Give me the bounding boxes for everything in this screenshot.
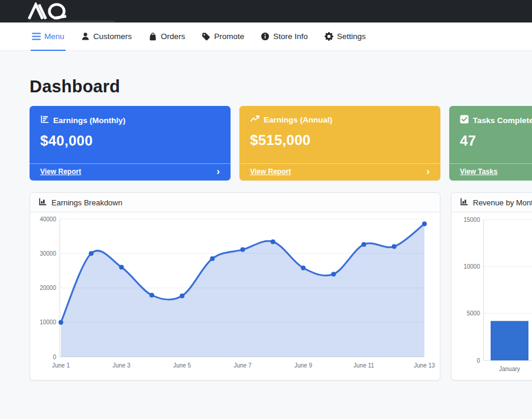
svg-text:30000: 30000	[40, 250, 56, 257]
chart-card-title: Revenue by Month	[473, 198, 532, 207]
stat-card-link-label[interactable]: View Tasks	[460, 167, 498, 176]
svg-text:June 7: June 7	[233, 362, 251, 369]
chevron-right-icon: ›	[426, 168, 430, 175]
stat-card-title: Earnings (Annual)	[264, 115, 332, 124]
view-tasks-link[interactable]: View Tasks ›	[449, 163, 532, 181]
earnings-breakdown-chart: 010000200003000040000June 1June 3June 5J…	[30, 212, 440, 380]
nav-item-customers[interactable]: Customers	[80, 22, 133, 50]
svg-text:January: January	[499, 366, 520, 372]
revenue-by-month-chart: 050001000015000January	[452, 212, 532, 380]
stat-card-tasks-completed: Tasks Completed 47 View Tasks ›	[449, 106, 532, 181]
svg-text:5000: 5000	[467, 310, 481, 317]
info-icon	[261, 32, 270, 41]
hamburger-icon	[32, 33, 41, 40]
nav-item-label: Store Info	[273, 32, 308, 41]
svg-text:June 9: June 9	[294, 362, 312, 369]
charts-row: Earnings Breakdown 010000200003000040000…	[30, 192, 532, 381]
view-report-link-monthly[interactable]: View Report ›	[30, 163, 231, 181]
top-app-bar	[0, 0, 532, 22]
check-square-icon	[460, 115, 469, 125]
svg-text:40000: 40000	[40, 216, 56, 223]
line-chart-icon	[250, 115, 259, 125]
stat-card-link-label[interactable]: View Report	[250, 167, 291, 176]
tag-icon	[202, 32, 210, 41]
gear-icon	[325, 32, 333, 41]
stat-card-earnings-monthly: Earnings (Monthly) $40,000 View Report ›	[30, 106, 231, 181]
svg-text:June 5: June 5	[173, 362, 191, 369]
stat-cards-row: Earnings (Monthly) $40,000 View Report ›	[30, 106, 532, 181]
nav-item-orders[interactable]: Orders	[147, 22, 186, 50]
bar-chart-icon	[38, 198, 47, 208]
stat-card-value: $515,000	[250, 132, 430, 149]
logo-underline-divider	[28, 21, 115, 22]
stat-card-link-label[interactable]: View Report	[40, 167, 81, 176]
stat-card-value: $40,000	[40, 133, 220, 149]
stat-card-title: Tasks Completed	[473, 116, 532, 125]
main-navigation: Menu Customers Orders Promote	[0, 22, 532, 51]
stat-card-value: 47	[460, 133, 532, 149]
stat-card-title: Earnings (Monthly)	[53, 116, 125, 125]
dashboard-page: Dashboard Earnings (Monthly) $40,000 Vie…	[0, 77, 532, 381]
bag-icon	[148, 32, 157, 41]
svg-text:15000: 15000	[463, 217, 480, 223]
svg-text:10000: 10000	[40, 319, 56, 325]
view-report-link-annual[interactable]: View Report ›	[239, 163, 440, 181]
nav-item-label: Promote	[214, 32, 244, 41]
nav-item-label: Menu	[44, 32, 64, 41]
nav-item-promote[interactable]: Promote	[200, 22, 245, 50]
nav-item-label: Orders	[161, 32, 185, 41]
earnings-breakdown-card: Earnings Breakdown 010000200003000040000…	[30, 192, 440, 381]
svg-text:0: 0	[53, 354, 56, 360]
stat-card-earnings-annual: Earnings (Annual) $515,000 View Report ›	[239, 106, 440, 181]
person-icon	[81, 32, 90, 41]
nav-item-label: Customers	[93, 32, 132, 41]
bar-chart-icon	[40, 115, 49, 125]
svg-text:10000: 10000	[463, 263, 480, 270]
chevron-right-icon: ›	[216, 168, 220, 175]
revenue-by-month-card: Revenue by Month 050001000015000January	[451, 192, 532, 381]
svg-text:0: 0	[476, 357, 480, 364]
nav-item-settings[interactable]: Settings	[323, 22, 367, 50]
page-title: Dashboard	[30, 77, 532, 96]
nav-item-label: Settings	[337, 32, 366, 41]
chart-card-title: Earnings Breakdown	[51, 198, 122, 207]
svg-text:June 11: June 11	[353, 362, 374, 369]
brand-logo-icon[interactable]	[27, 2, 82, 22]
svg-text:June 13: June 13	[414, 362, 435, 369]
svg-text:20000: 20000	[40, 285, 56, 291]
nav-item-store-info[interactable]: Store Info	[259, 22, 309, 50]
nav-item-menu[interactable]: Menu	[31, 22, 66, 50]
svg-text:June 3: June 3	[112, 362, 130, 369]
bar-chart-icon	[460, 198, 468, 208]
svg-text:June 1: June 1	[52, 362, 70, 369]
active-tab-underline	[31, 50, 66, 51]
